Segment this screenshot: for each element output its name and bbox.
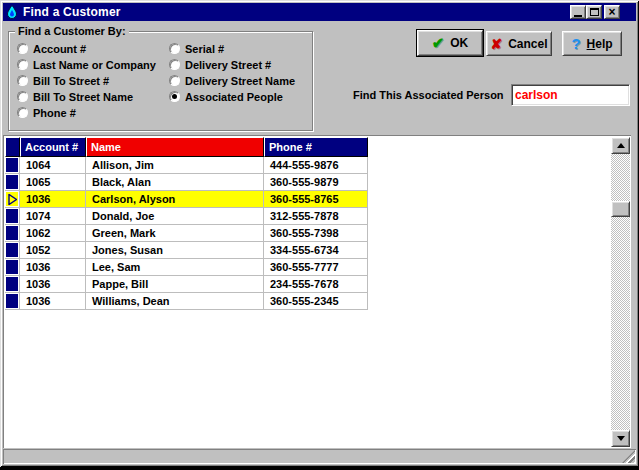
- column-header-account[interactable]: Account #: [20, 137, 86, 157]
- customer-list: Account # Name Phone # 1064 Allison, Jim…: [3, 135, 631, 448]
- flame-icon: [5, 5, 19, 19]
- arrow-up-icon: [617, 143, 625, 148]
- table-row[interactable]: 1036 Lee, Sam 360-555-7777: [5, 259, 368, 276]
- row-indicator-cell: [5, 259, 20, 276]
- gutter-header-cell: [5, 137, 20, 157]
- radio-delivery-street-name[interactable]: Delivery Street Name: [169, 74, 295, 87]
- row-indicator-cell: [5, 293, 20, 310]
- table-row[interactable]: 1036 Williams, Dean 360-555-2345: [5, 293, 368, 310]
- radio-selected-icon: [169, 91, 180, 102]
- find-by-groupbox: Find a Customer By: Account # Last Name …: [8, 31, 313, 131]
- radio-icon: [169, 75, 180, 86]
- radio-account-number[interactable]: Account #: [17, 42, 86, 55]
- maximize-icon: [590, 8, 599, 16]
- check-icon: ✔: [432, 34, 445, 52]
- radio-icon: [17, 91, 28, 102]
- radio-icon: [17, 107, 28, 118]
- help-button[interactable]: ? Help: [562, 31, 622, 56]
- close-button[interactable]: ×: [604, 5, 620, 19]
- help-label: Help: [587, 37, 613, 51]
- status-bar: [3, 449, 636, 464]
- radio-delivery-street-number[interactable]: Delivery Street #: [169, 58, 271, 71]
- radio-icon: [17, 43, 28, 54]
- scroll-up-button[interactable]: [611, 137, 630, 154]
- row-indicator-cell: [5, 276, 20, 293]
- radio-bill-to-street-number[interactable]: Bill To Street #: [17, 74, 109, 87]
- radio-icon: [169, 43, 180, 54]
- vertical-scrollbar[interactable]: [611, 137, 630, 447]
- groupbox-legend: Find a Customer By:: [15, 25, 129, 37]
- radio-bill-to-street-name[interactable]: Bill To Street Name: [17, 90, 133, 103]
- scrollbar-thumb[interactable]: [611, 201, 630, 217]
- table-row-selected[interactable]: 1036 Carlson, Alyson 360-555-8765: [5, 191, 368, 208]
- question-icon: ?: [571, 35, 580, 52]
- radio-icon: [17, 75, 28, 86]
- table-row[interactable]: 1065 Black, Alan 360-555-9879: [5, 174, 368, 191]
- minimize-button[interactable]: [570, 5, 586, 19]
- row-indicator-cell: [5, 208, 20, 225]
- x-icon: ✘: [490, 36, 502, 52]
- radio-icon: [17, 59, 28, 70]
- row-indicator-cell: [5, 242, 20, 259]
- arrow-down-icon: [617, 436, 625, 441]
- maximize-button[interactable]: [586, 5, 602, 19]
- column-header-phone[interactable]: Phone #: [264, 137, 368, 157]
- row-indicator-cell: [5, 174, 20, 191]
- table-row[interactable]: 1064 Allison, Jim 444-555-9876: [5, 157, 368, 174]
- minimize-icon: [574, 15, 582, 17]
- radio-serial-number[interactable]: Serial #: [169, 42, 224, 55]
- resize-grip[interactable]: [622, 450, 635, 463]
- find-customer-dialog: Find a Customer × Find a Customer By: Ac…: [0, 0, 639, 467]
- cancel-label: Cancel: [508, 37, 547, 51]
- cancel-button[interactable]: ✘ Cancel: [486, 31, 552, 56]
- table-row[interactable]: 1074 Donald, Joe 312-555-7878: [5, 208, 368, 225]
- table-row[interactable]: 1062 Green, Mark 360-555-7398: [5, 225, 368, 242]
- titlebar[interactable]: Find a Customer ×: [3, 3, 636, 21]
- column-header-name-sorted[interactable]: Name: [86, 137, 264, 157]
- search-label: Find This Associated Person: [353, 89, 504, 101]
- arrow-right-icon: [5, 191, 20, 208]
- close-icon: ×: [608, 7, 615, 17]
- window-title: Find a Customer: [23, 5, 121, 19]
- table-row[interactable]: 1036 Pappe, Bill 234-555-7678: [5, 276, 368, 293]
- row-indicator-cell: [5, 225, 20, 242]
- row-indicator-cell: [5, 157, 20, 174]
- radio-last-name-or-company[interactable]: Last Name or Company: [17, 58, 156, 71]
- table-row[interactable]: 1052 Jones, Susan 334-555-6734: [5, 242, 368, 259]
- associated-person-input[interactable]: [511, 84, 630, 106]
- grid-header-row: Account # Name Phone #: [5, 137, 368, 157]
- customer-grid: Account # Name Phone # 1064 Allison, Jim…: [5, 137, 368, 310]
- ok-button[interactable]: ✔ OK: [417, 30, 483, 56]
- scroll-down-button[interactable]: [611, 430, 630, 447]
- radio-phone-number[interactable]: Phone #: [17, 106, 76, 119]
- ok-label: OK: [450, 36, 468, 50]
- radio-icon: [169, 59, 180, 70]
- radio-associated-people[interactable]: Associated People: [169, 90, 283, 103]
